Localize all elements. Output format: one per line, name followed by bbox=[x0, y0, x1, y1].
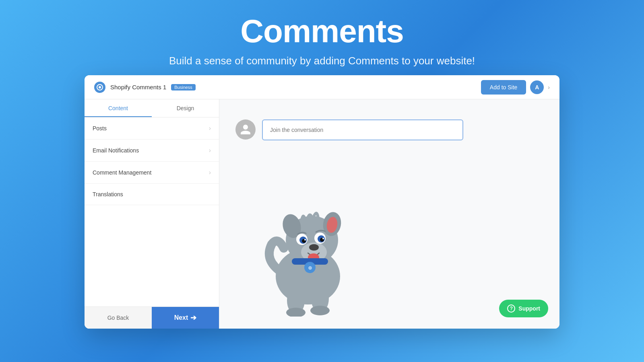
comment-input-wrapper bbox=[262, 119, 463, 140]
chevron-down-icon[interactable]: › bbox=[548, 84, 550, 90]
arrow-right-icon: ➔ bbox=[190, 313, 196, 322]
support-button[interactable]: ? Support bbox=[499, 300, 548, 317]
svg-point-8 bbox=[309, 244, 319, 251]
sidebar: Content Design Posts › Email Notificatio… bbox=[85, 99, 219, 329]
menu-item-posts[interactable]: Posts › bbox=[85, 117, 219, 140]
hero-title: Comments bbox=[169, 13, 475, 50]
go-back-button[interactable]: Go Back bbox=[85, 307, 152, 329]
header-right: Add to Site A › bbox=[481, 80, 550, 95]
svg-point-1 bbox=[99, 86, 101, 88]
sidebar-tabs: Content Design bbox=[85, 99, 219, 117]
support-icon: ? bbox=[507, 304, 515, 313]
app-logo-icon bbox=[94, 82, 105, 93]
menu-item-translations[interactable]: Translations bbox=[85, 184, 219, 205]
svg-point-24 bbox=[310, 306, 330, 315]
user-avatar bbox=[235, 119, 256, 140]
app-title: Shopify Comments 1 bbox=[110, 84, 166, 90]
tab-content[interactable]: Content bbox=[85, 99, 152, 117]
hero-subtitle: Build a sense of community by adding Com… bbox=[169, 55, 475, 67]
svg-point-16 bbox=[322, 238, 324, 239]
sidebar-footer: Go Back Next ➔ bbox=[85, 306, 219, 329]
svg-text:◎: ◎ bbox=[308, 265, 312, 270]
app-body: Content Design Posts › Email Notificatio… bbox=[85, 99, 559, 329]
menu-item-comment-management[interactable]: Comment Management › bbox=[85, 162, 219, 184]
header-left: Shopify Comments 1 Business bbox=[94, 82, 196, 93]
add-to-site-button[interactable]: Add to Site bbox=[481, 80, 526, 95]
hero-section: Comments Build a sense of community by a… bbox=[169, 0, 475, 75]
dog-mascot: ◎ bbox=[252, 180, 364, 309]
tab-design[interactable]: Design bbox=[152, 99, 219, 117]
menu-items-list: Posts › Email Notifications › Comment Ma… bbox=[85, 117, 219, 306]
comment-input[interactable] bbox=[262, 119, 463, 140]
chevron-right-icon: › bbox=[209, 125, 211, 132]
chevron-right-icon: › bbox=[209, 147, 211, 154]
business-badge: Business bbox=[171, 84, 196, 90]
menu-item-email-notifications[interactable]: Email Notifications › bbox=[85, 140, 219, 162]
chevron-right-icon: › bbox=[209, 169, 211, 176]
app-window: Shopify Comments 1 Business Add to Site … bbox=[85, 75, 559, 329]
comment-preview bbox=[235, 119, 543, 140]
avatar-button[interactable]: A bbox=[530, 80, 544, 94]
next-button[interactable]: Next ➔ bbox=[152, 307, 219, 329]
svg-point-15 bbox=[304, 239, 306, 241]
preview-area: ◎ ? bbox=[219, 99, 559, 329]
app-header: Shopify Comments 1 Business Add to Site … bbox=[85, 75, 559, 99]
